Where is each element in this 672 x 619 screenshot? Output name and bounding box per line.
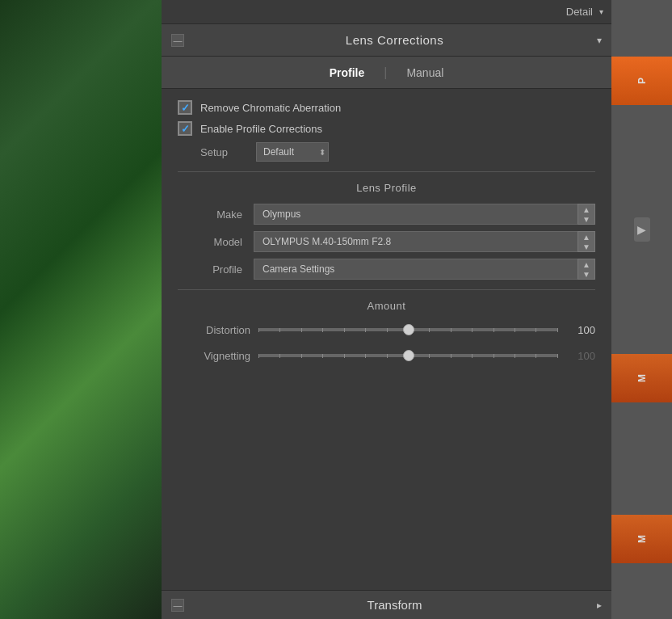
make-label: Make [178, 208, 242, 221]
distortion-slider-thumb[interactable] [403, 324, 414, 335]
right-orange-strip-2: M [611, 354, 672, 402]
vignetting-label: Vignetting [178, 350, 250, 362]
distortion-label: Distortion [178, 324, 250, 336]
main-panel: Detail ▾ — Lens Corrections ▾ Profile | … [162, 0, 611, 619]
model-select-wrapper: OLYMPUS M.40-150mm F2.8 ▲ ▼ [254, 231, 595, 252]
make-row: Make Olympus ▲ ▼ [178, 204, 595, 225]
vignetting-value: 100 [566, 350, 595, 362]
transform-collapse-button[interactable]: — [171, 599, 184, 612]
make-select-wrapper: Olympus ▲ ▼ [254, 204, 595, 225]
setup-row: Setup Default [178, 142, 595, 162]
chromatic-aberration-checkbox[interactable] [178, 100, 192, 115]
nav-arrow-right[interactable]: ▶ [634, 217, 650, 242]
right-strip: P ▶ M M [611, 0, 672, 619]
vignetting-row: Vignetting [178, 347, 595, 364]
photo-background [0, 0, 162, 619]
right-orange-strip-3: M [611, 515, 672, 563]
distortion-row: Distortion [178, 322, 595, 338]
content-area: Remove Chromatic Aberration Enable Profi… [162, 89, 611, 385]
vignetting-slider-container [258, 347, 558, 364]
right-orange-strip-1: P [611, 57, 672, 105]
lens-profile-header: Lens Profile [178, 182, 595, 194]
profile-corrections-label: Enable Profile Corrections [200, 123, 322, 135]
transform-section-header: — Transform ▸ [162, 590, 611, 619]
transform-arrow[interactable]: ▸ [597, 600, 602, 611]
setup-label: Setup [200, 146, 245, 158]
model-label: Model [178, 236, 242, 248]
profile-corrections-checkbox[interactable] [178, 121, 192, 136]
lens-corrections-header: — Lens Corrections ▾ [162, 24, 611, 57]
right-label-1: P [636, 77, 648, 84]
distortion-slider-container [258, 322, 558, 338]
profile-select[interactable]: Camera Settings [254, 259, 595, 280]
vignetting-slider-thumb[interactable] [403, 350, 414, 361]
profile-row: Profile Camera Settings ▲ ▼ [178, 259, 595, 280]
tab-profile[interactable]: Profile [310, 61, 384, 84]
setup-select-wrapper: Default [256, 142, 329, 162]
setup-select[interactable]: Default [256, 142, 329, 162]
profile-corrections-row: Enable Profile Corrections [178, 121, 595, 136]
distortion-slider-track [258, 328, 558, 331]
top-bar-label: Detail [566, 6, 593, 18]
right-label-2: M [636, 373, 648, 382]
tab-manual[interactable]: Manual [387, 61, 463, 84]
profile-select-wrapper: Camera Settings ▲ ▼ [254, 259, 595, 280]
make-select[interactable]: Olympus [254, 204, 595, 225]
amount-header: Amount [178, 300, 595, 312]
section-dropdown-arrow[interactable]: ▾ [597, 35, 602, 46]
profile-field-label: Profile [178, 263, 242, 276]
distortion-value: 100 [566, 324, 595, 336]
model-select[interactable]: OLYMPUS M.40-150mm F2.8 [254, 231, 595, 252]
model-row: Model OLYMPUS M.40-150mm F2.8 ▲ ▼ [178, 231, 595, 252]
top-bar-dropdown-arrow[interactable]: ▾ [599, 7, 603, 16]
vignetting-slider-track [258, 354, 558, 357]
profile-select-arrow[interactable]: ▲ ▼ [578, 259, 595, 280]
photo-area [0, 0, 162, 619]
section-collapse-button[interactable]: — [171, 34, 184, 47]
top-bar: Detail ▾ [162, 0, 611, 24]
right-label-3: M [636, 534, 648, 543]
lens-corrections-title: Lens Corrections [192, 33, 597, 47]
model-select-arrow[interactable]: ▲ ▼ [578, 231, 595, 252]
transform-title: Transform [192, 598, 597, 612]
chromatic-aberration-label: Remove Chromatic Aberration [200, 102, 341, 114]
make-select-arrow[interactable]: ▲ ▼ [578, 204, 595, 225]
divider-2 [178, 289, 595, 290]
tab-bar: Profile | Manual [162, 57, 611, 89]
chromatic-aberration-row: Remove Chromatic Aberration [178, 100, 595, 115]
divider-1 [178, 171, 595, 172]
